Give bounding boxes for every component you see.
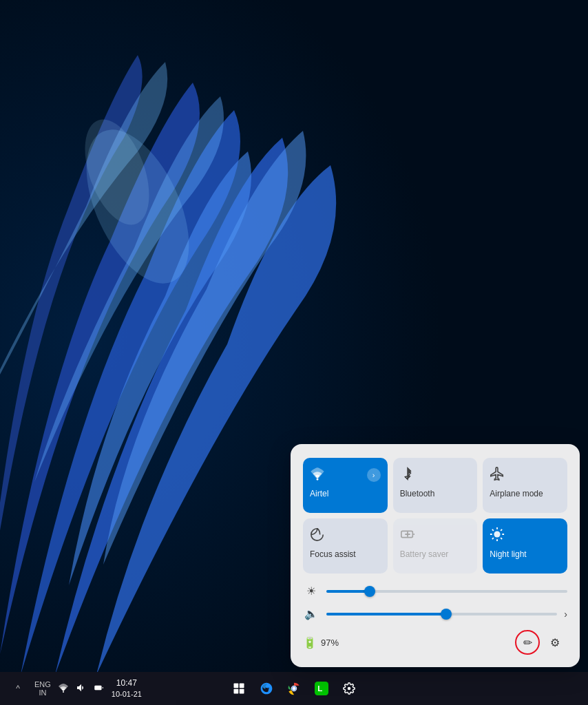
settings-button[interactable]: ⚙ bbox=[543, 630, 567, 655]
date-text: 10-01-21 bbox=[112, 689, 142, 699]
wifi-label: Airtel bbox=[310, 489, 328, 498]
panel-bottom: 🔋 97% ✏ ⚙ bbox=[303, 630, 567, 655]
svg-rect-10 bbox=[234, 684, 239, 688]
focus-label: Focus assist bbox=[310, 549, 356, 559]
taskbar: ^ ENG IN bbox=[0, 672, 588, 705]
battery-info: 🔋 97% bbox=[303, 636, 339, 649]
time-text: 10:47 bbox=[112, 678, 142, 689]
focus-icon bbox=[310, 527, 325, 544]
volume-arrow[interactable]: › bbox=[564, 609, 567, 620]
wifi-arrow[interactable]: › bbox=[367, 468, 381, 482]
brightness-slider[interactable] bbox=[326, 590, 567, 593]
svg-rect-9 bbox=[94, 685, 101, 690]
bluetooth-label: Bluetooth bbox=[400, 489, 435, 498]
volume-slider[interactable] bbox=[326, 613, 557, 615]
svg-text:L: L bbox=[317, 684, 322, 693]
language-indicator[interactable]: ENG IN bbox=[33, 679, 52, 698]
lang-sub-text: IN bbox=[34, 688, 51, 697]
edit-button[interactable]: ✏ bbox=[515, 630, 540, 655]
battery-saver-icon bbox=[400, 527, 415, 544]
svg-rect-13 bbox=[240, 689, 244, 694]
airplane-icon bbox=[490, 466, 505, 483]
desktop: › Airtel Bluetooth bbox=[0, 0, 588, 705]
settings-taskbar-icon[interactable] bbox=[337, 676, 361, 701]
wifi-sys-icon[interactable] bbox=[56, 681, 70, 697]
airplane-tile[interactable]: Airplane mode bbox=[483, 458, 567, 513]
chrome-icon[interactable] bbox=[282, 676, 306, 701]
volume-icon: 🔈 bbox=[303, 607, 319, 620]
focus-tile[interactable]: Focus assist bbox=[303, 518, 388, 574]
bluetooth-icon bbox=[400, 466, 415, 483]
battery-percent: 97% bbox=[321, 638, 339, 648]
edit-icon: ✏ bbox=[523, 636, 532, 649]
svg-point-4 bbox=[317, 478, 319, 481]
battery-sys-icon[interactable] bbox=[92, 681, 106, 697]
night-light-label: Night light bbox=[490, 549, 526, 559]
bluetooth-tile[interactable]: Bluetooth bbox=[393, 458, 478, 513]
system-tray: ENG IN bbox=[33, 679, 106, 698]
wifi-tile[interactable]: › Airtel bbox=[303, 458, 388, 513]
volume-sys-icon[interactable] bbox=[74, 681, 88, 697]
quick-settings-panel: › Airtel Bluetooth bbox=[291, 444, 580, 667]
night-light-tile[interactable]: Night light bbox=[483, 518, 567, 574]
volume-row: 🔈 › bbox=[303, 607, 567, 620]
settings-icon: ⚙ bbox=[550, 636, 560, 649]
line-icon[interactable]: L bbox=[309, 676, 334, 701]
battery-saver-label: Battery saver bbox=[400, 549, 449, 559]
start-button[interactable] bbox=[227, 676, 251, 701]
lang-text: ENG bbox=[34, 680, 51, 688]
svg-rect-12 bbox=[234, 689, 239, 694]
brightness-row: ☀ bbox=[303, 585, 567, 598]
svg-point-16 bbox=[293, 687, 296, 691]
time-display[interactable]: 10:47 10-01-21 bbox=[109, 677, 145, 700]
battery-icon: 🔋 bbox=[303, 636, 317, 649]
brightness-icon: ☀ bbox=[303, 585, 319, 598]
svg-rect-11 bbox=[240, 684, 244, 688]
edge-icon[interactable] bbox=[254, 676, 279, 701]
quick-tiles-grid: › Airtel Bluetooth bbox=[303, 458, 567, 574]
panel-actions: ✏ ⚙ bbox=[515, 630, 567, 655]
battery-saver-tile[interactable]: Battery saver bbox=[393, 518, 478, 574]
system-tray-chevron[interactable]: ^ bbox=[6, 676, 30, 701]
svg-point-7 bbox=[63, 691, 64, 693]
night-light-icon bbox=[490, 527, 505, 544]
airplane-label: Airplane mode bbox=[490, 489, 543, 498]
svg-point-6 bbox=[494, 531, 501, 537]
taskbar-center: L bbox=[227, 676, 361, 701]
taskbar-left: ^ ENG IN bbox=[6, 676, 145, 701]
wifi-icon bbox=[310, 466, 325, 483]
